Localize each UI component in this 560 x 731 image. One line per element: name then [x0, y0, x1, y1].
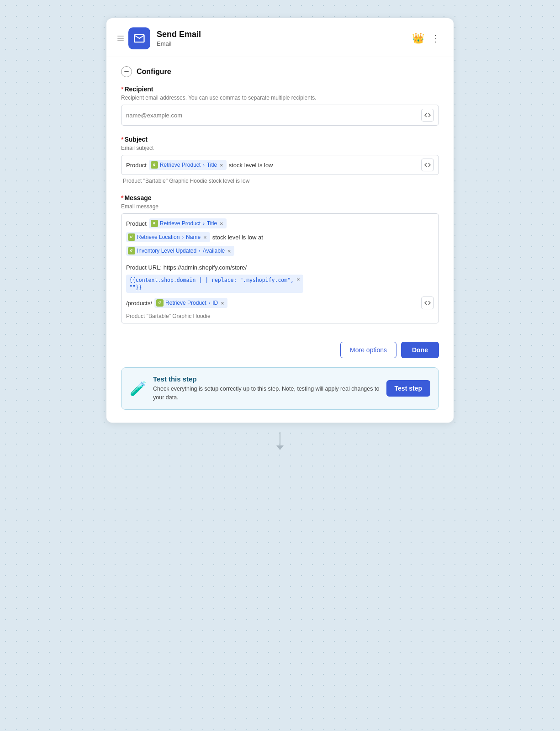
required-star: *: [121, 85, 123, 93]
test-step-button[interactable]: Test step: [386, 380, 430, 397]
header-title-block: Send Email Email: [157, 30, 412, 47]
header-title: Send Email: [157, 30, 412, 39]
chevron-icon: ›: [203, 162, 205, 168]
recipient-input-wrap: [121, 105, 439, 126]
crown-icon: 👑: [412, 32, 424, 44]
recipient-code-button[interactable]: [421, 109, 434, 122]
recipient-input[interactable]: [126, 112, 418, 119]
test-step-content: Test this step Check everything is setup…: [153, 375, 380, 402]
msg-tag1[interactable]: Retrieve Product › Title ×: [149, 218, 227, 228]
send-email-card: Send Email Email 👑 ⋮ Configure * Recipie…: [106, 18, 454, 423]
message-field: * Message Email message Product Retrieve…: [121, 194, 439, 323]
test-step-description: Check everything is setup correctly up t…: [153, 385, 380, 402]
shopify-icon-4: [128, 247, 135, 254]
message-preview: Product "Bartable" Graphic Hoodie: [126, 313, 434, 319]
message-description: Email message: [121, 203, 439, 210]
message-box[interactable]: Product Retrieve Product › Title ×: [121, 213, 439, 323]
msg-tag1-field: Title: [207, 220, 217, 227]
recipient-label: * Recipient: [121, 85, 439, 93]
msg-tag2[interactable]: Retrieve Location › Name ×: [126, 232, 210, 242]
test-step-title: Test this step: [153, 375, 380, 383]
msg-line5-prefix: /products/: [126, 300, 152, 307]
msg-tag2-field: Name: [186, 234, 201, 240]
arrow-line: [280, 432, 280, 445]
subject-input-wrap: Product Retrieve Product › Title × stock…: [121, 155, 439, 175]
msg-line1-prefix: Product: [126, 220, 147, 227]
msg-tag2-service: Retrieve Location: [137, 234, 180, 240]
msg-tag1-close[interactable]: ×: [219, 221, 223, 227]
msg-tag2-close[interactable]: ×: [202, 234, 207, 240]
done-button[interactable]: Done: [401, 342, 439, 358]
message-label: * Message: [121, 194, 439, 201]
shopify-icon-2: [151, 220, 158, 227]
msg-tag1-service: Retrieve Product: [160, 220, 201, 227]
msg-tag4[interactable]: Retrieve Product › ID ×: [154, 298, 227, 308]
context-pill[interactable]: {{context.shop.domain | | replace: ".mys…: [126, 275, 303, 293]
recipient-description: Recipient email addresses. You can use c…: [121, 95, 439, 101]
message-line-2: Retrieve Location › Name × stock level i…: [126, 232, 434, 242]
msg-tag3[interactable]: Inventory Level Updated › Available ×: [126, 246, 234, 256]
section-title: Configure: [137, 68, 171, 76]
subject-code-button[interactable]: [421, 159, 434, 171]
msg-line2-suffix: stock level is low at: [212, 234, 263, 241]
msg-tag3-close[interactable]: ×: [227, 248, 231, 254]
subject-label: * Subject: [121, 136, 439, 143]
message-code-button[interactable]: [421, 297, 434, 309]
msg-tag3-service: Inventory Level Updated: [137, 248, 196, 254]
subject-tag1-service: Retrieve Product: [160, 162, 201, 168]
test-step-box: 🧪 Test this step Check everything is set…: [121, 367, 439, 410]
shopify-icon-5: [156, 299, 164, 307]
context-pill-close[interactable]: ×: [294, 276, 300, 282]
message-line-4: Product URL: https://admin.shopify.com/s…: [126, 264, 434, 271]
header-actions: 👑 ⋮: [412, 32, 443, 44]
email-app-icon: [128, 27, 150, 49]
subject-tag1-field: Title: [207, 162, 217, 168]
subject-field: * Subject Email subject Product Retrieve…: [121, 136, 439, 184]
msg-line4-text: Product URL: https://admin.shopify.com/s…: [126, 264, 247, 271]
drag-handle[interactable]: [117, 36, 124, 41]
msg-tag4-close[interactable]: ×: [220, 300, 224, 306]
more-options-dots-button[interactable]: ⋮: [428, 33, 443, 44]
msg-tag4-field: ID: [212, 300, 218, 306]
shopify-icon-3: [128, 233, 135, 241]
subject-suffix-text: stock level is low: [229, 162, 273, 169]
message-line-3: Inventory Level Updated › Available ×: [126, 246, 434, 256]
message-line-5: /products/ Retrieve Product › ID ×: [126, 297, 434, 309]
shopify-icon: [151, 161, 158, 169]
header-subtitle: Email: [157, 40, 412, 47]
message-line-context: {{context.shop.domain | | replace: ".mys…: [126, 275, 434, 293]
subject-description: Email subject: [121, 145, 439, 151]
section-header: Configure: [121, 66, 439, 77]
bottom-actions: More options Done: [106, 334, 454, 358]
arrow-down: [276, 432, 284, 450]
subject-tag1[interactable]: Retrieve Product › Title ×: [149, 160, 227, 170]
more-options-button[interactable]: More options: [340, 342, 396, 358]
collapse-button[interactable]: [121, 66, 132, 77]
arrow-head: [276, 445, 284, 450]
subject-tag1-close[interactable]: ×: [219, 162, 223, 168]
card-header: Send Email Email 👑 ⋮: [106, 18, 454, 57]
message-line-1: Product Retrieve Product › Title ×: [126, 218, 434, 228]
flask-icon: 🧪: [130, 381, 147, 397]
msg-tag3-field: Available: [203, 248, 225, 254]
recipient-field: * Recipient Recipient email addresses. Y…: [121, 85, 439, 126]
msg-tag4-service: Retrieve Product: [165, 300, 206, 306]
configure-section: Configure * Recipient Recipient email ad…: [106, 57, 454, 323]
subject-prefix-text: Product: [126, 162, 147, 169]
subject-preview: Product "Bartable" Graphic Hoodie stock …: [121, 178, 439, 184]
context-code: {{context.shop.domain | | replace: ".mys…: [129, 276, 294, 291]
